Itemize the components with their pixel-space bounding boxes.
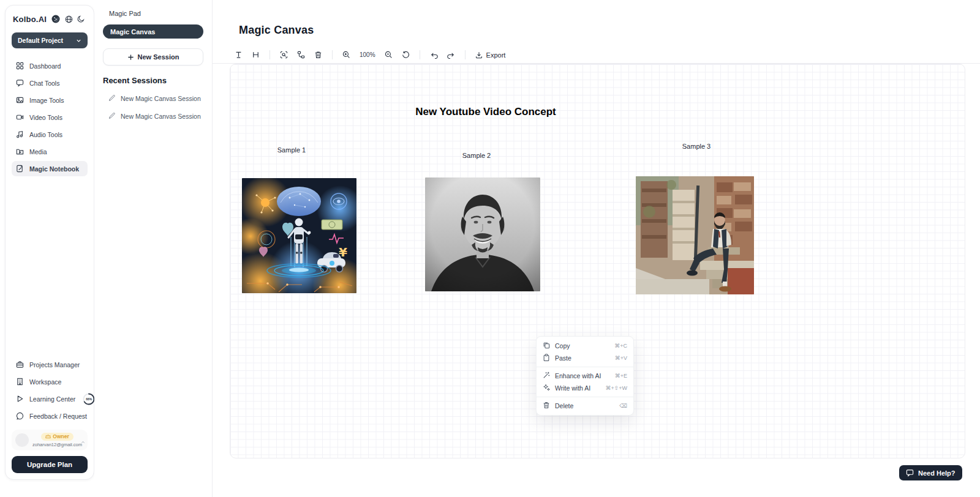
context-menu-enhance-with-ai[interactable]: Enhance with AI ⌘+E xyxy=(537,370,633,382)
sidebar-nav: Dashboard Chat Tools Image Tools Video T… xyxy=(12,58,88,176)
reset-rotation-button[interactable] xyxy=(399,48,412,61)
learning-progress-ring: 66% xyxy=(82,392,96,406)
context-menu-copy[interactable]: Copy ⌘+C xyxy=(537,340,633,352)
context-menu-shortcut: ⌘+E xyxy=(615,373,627,379)
sidebar-item-workspace[interactable]: Workspace xyxy=(12,374,88,389)
sidebar-item-chat-tools[interactable]: Chat Tools xyxy=(12,75,88,91)
trash-icon xyxy=(543,402,550,410)
magic-canvas-surface[interactable]: New Youtube Video Concept Sample 1 Sampl… xyxy=(230,64,965,458)
help-chat-icon xyxy=(906,469,914,477)
sample-3-label[interactable]: Sample 3 xyxy=(682,143,710,150)
session-list-item[interactable]: New Magic Canvas Session xyxy=(103,112,203,121)
need-help-label: Need Help? xyxy=(918,469,956,477)
plus-icon xyxy=(127,54,134,61)
delete-tool-button[interactable] xyxy=(312,48,325,61)
music-note-icon xyxy=(16,130,24,138)
pencil-icon xyxy=(108,112,116,121)
user-card[interactable]: Owner zoharvan12@gmail.com xyxy=(12,430,88,450)
need-help-button[interactable]: Need Help? xyxy=(899,465,962,480)
toolbar-separator xyxy=(332,50,333,59)
tab-magic-canvas[interactable]: Magic Canvas xyxy=(103,24,203,39)
tab-magic-pad[interactable]: Magic Pad xyxy=(103,9,203,17)
sample-1-image[interactable]: ¥ xyxy=(242,178,356,293)
sidebar-item-label: Dashboard xyxy=(29,62,61,70)
heading-tool-button[interactable] xyxy=(249,48,262,61)
zoom-out-button[interactable] xyxy=(382,48,395,61)
sidebar-item-label: Projects Manager xyxy=(29,361,80,368)
context-menu-write-with-ai[interactable]: Write with AI ⌘+⇧+W xyxy=(537,382,633,394)
recent-sessions-heading: Recent Sessions xyxy=(103,76,203,85)
canvas-heading-text[interactable]: New Youtube Video Concept xyxy=(415,106,556,118)
sidebar-item-image-tools[interactable]: Image Tools xyxy=(12,92,88,108)
sidebar-item-projects-manager[interactable]: Projects Manager xyxy=(12,357,88,372)
context-menu-label: Paste xyxy=(555,354,571,362)
zoom-level[interactable]: 100% xyxy=(357,51,378,58)
chevron-up-icon xyxy=(81,436,85,447)
play-icon xyxy=(16,395,24,403)
sidebar-item-learning-center[interactable]: Learning Center 66% xyxy=(12,391,88,406)
role-badge-label: Owner xyxy=(53,433,69,439)
app-root: Kolbo.AI Default Project Dashboard xyxy=(0,0,980,497)
sidebar-item-label: Audio Tools xyxy=(29,131,62,138)
image-icon xyxy=(16,96,24,104)
sample-2-label[interactable]: Sample 2 xyxy=(462,152,491,159)
context-menu-shortcut: ⌘+V xyxy=(615,355,627,361)
undo-button[interactable] xyxy=(428,48,440,61)
copy-icon xyxy=(543,342,550,350)
context-menu-paste[interactable]: Paste ⌘+V xyxy=(537,352,633,364)
context-menu: Copy ⌘+C Paste ⌘+V Enhance with AI ⌘+E W… xyxy=(536,336,634,416)
sidebar-item-feedback[interactable]: Feedback / Request xyxy=(12,408,88,424)
media-folder-icon xyxy=(16,148,24,155)
sparkles-icon xyxy=(543,384,550,392)
sidebar-item-label: Video Tools xyxy=(29,114,62,121)
sample-1-label[interactable]: Sample 1 xyxy=(277,146,306,154)
export-button[interactable]: Export xyxy=(473,51,508,59)
session-item-label: New Magic Canvas Session xyxy=(121,95,201,102)
upgrade-plan-label: Upgrade Plan xyxy=(27,461,72,468)
sidebar-item-media[interactable]: Media xyxy=(12,144,88,159)
sidebar-item-label: Workspace xyxy=(29,378,61,386)
context-menu-shortcut: ⌘+C xyxy=(614,343,627,349)
export-label: Export xyxy=(486,51,506,59)
context-menu-label: Copy xyxy=(555,342,570,349)
sidebar-item-label: Image Tools xyxy=(29,97,64,104)
toolbar-separator xyxy=(270,50,270,59)
sidebar-item-label: Learning Center xyxy=(29,395,75,403)
context-menu-delete[interactable]: Delete ⌫ xyxy=(537,400,633,412)
sidebar-item-label: Feedback / Request xyxy=(29,413,87,420)
dark-mode-moon-icon[interactable] xyxy=(77,15,85,23)
role-badge: Owner xyxy=(41,433,73,441)
crown-icon xyxy=(45,434,51,439)
sample-2-image[interactable] xyxy=(425,177,540,291)
context-menu-divider xyxy=(537,397,633,397)
pencil-icon xyxy=(108,94,116,103)
project-selector[interactable]: Default Project xyxy=(12,32,88,48)
sidebar-item-audio-tools[interactable]: Audio Tools xyxy=(12,127,88,142)
sidebar-item-label: Chat Tools xyxy=(29,80,59,87)
session-item-label: New Magic Canvas Session xyxy=(121,113,201,120)
select-object-tool-button[interactable] xyxy=(277,48,290,61)
upgrade-plan-button[interactable]: Upgrade Plan xyxy=(12,456,88,473)
app-logo: Kolbo.AI xyxy=(13,15,47,24)
sessions-panel: Magic Pad Magic Canvas New Session Recen… xyxy=(94,0,213,497)
text-tool-button[interactable] xyxy=(232,48,245,61)
connector-tool-button[interactable] xyxy=(295,48,307,61)
sidebar-item-magic-notebook[interactable]: Magic Notebook xyxy=(12,161,88,176)
sample-3-image[interactable] xyxy=(636,176,754,294)
logo-row: Kolbo.AI xyxy=(12,13,88,24)
learning-progress-value: 66% xyxy=(82,392,96,406)
project-selector-label: Default Project xyxy=(18,37,63,44)
video-camera-icon xyxy=(16,113,24,121)
language-globe-icon[interactable] xyxy=(65,15,73,23)
sidebar-item-dashboard[interactable]: Dashboard xyxy=(12,58,88,73)
tab-magic-canvas-label: Magic Canvas xyxy=(110,28,155,36)
session-list-item[interactable]: New Magic Canvas Session xyxy=(103,94,203,103)
briefcase-icon xyxy=(16,361,24,368)
context-menu-label: Write with AI xyxy=(555,384,590,392)
redo-button[interactable] xyxy=(445,48,458,61)
zoom-in-button[interactable] xyxy=(340,48,353,61)
user-email: zoharvan12@gmail.com xyxy=(32,442,82,447)
sidebar-item-video-tools[interactable]: Video Tools xyxy=(12,110,88,125)
new-session-button[interactable]: New Session xyxy=(103,48,203,65)
context-menu-label: Enhance with AI xyxy=(555,372,601,379)
